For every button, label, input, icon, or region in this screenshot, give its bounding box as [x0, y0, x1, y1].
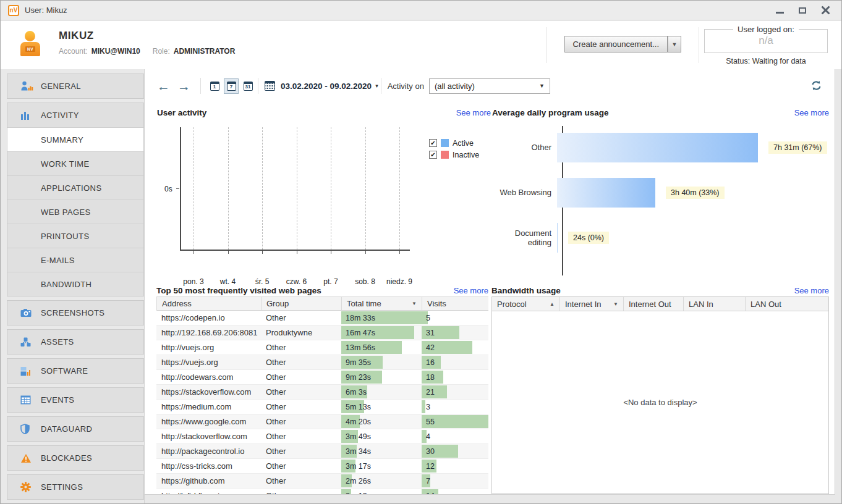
cell-address: https://stackoverflow.com	[156, 385, 261, 399]
toolbar-separator	[381, 78, 381, 94]
table-row[interactable]: http://stackoverflow.comOther3m 49s4	[156, 429, 488, 444]
column-header-lan-out[interactable]: LAN Out	[746, 297, 828, 311]
column-label: LAN Out	[751, 300, 781, 309]
table-row[interactable]: http://vuejs.orgOther13m 56s42	[156, 340, 488, 355]
sidebar-item-events[interactable]: EVENTS	[7, 388, 143, 412]
visits-value: 7	[426, 477, 430, 485]
sidebar-item-e-mails[interactable]: E-MAILS	[7, 248, 143, 272]
role-label: Role:	[153, 47, 170, 56]
gridline	[399, 127, 400, 250]
sidebar-item-activity[interactable]: ACTIVITY	[7, 103, 143, 127]
cell-visits: 5	[422, 311, 488, 325]
legend-swatch	[441, 139, 449, 147]
x-axis-tick	[228, 251, 229, 254]
legend-checkbox[interactable]: ✔	[429, 151, 437, 159]
account-label: Account:	[59, 47, 88, 56]
y-axis-zero-label: 0s	[164, 185, 172, 193]
next-period-button[interactable]: →	[177, 80, 190, 93]
cell-address: https://vuejs.org	[156, 355, 261, 369]
create-announcement-dropdown[interactable]: ▼	[668, 36, 681, 52]
column-header-internet-out[interactable]: Internet Out	[624, 297, 684, 311]
x-axis-tick	[262, 251, 263, 254]
calendar-7-icon: 7	[227, 82, 236, 91]
sidebar-item-assets[interactable]: ASSETS	[7, 330, 143, 354]
prev-period-button[interactable]: ←	[157, 80, 170, 93]
sidebar-item-dataguard[interactable]: DATAGUARD	[7, 417, 143, 441]
maximize-button[interactable]	[799, 7, 806, 14]
table-row[interactable]: http://jsfiddle.netOther2m 13s14	[156, 489, 488, 494]
table-row[interactable]: http://codewars.comOther9m 23s18	[156, 370, 488, 385]
web-pages-see-more-link[interactable]: See more	[454, 286, 488, 295]
user-header: NV MIKUZ Account: MIKU@WIN10 Role: ADMIN…	[1, 21, 841, 69]
program-usage-chart: Other7h 31m (67%)Web Browsing3h 40m (33%…	[492, 121, 829, 283]
column-header-address[interactable]: Address	[157, 297, 262, 310]
table-row[interactable]: http://packagecontrol.ioOther3m 34s30	[156, 444, 488, 459]
table-row[interactable]: http://192.168.69.206:8081Produktywne16m…	[156, 326, 488, 340]
gridline	[365, 127, 366, 250]
legend-item: ✔Active	[429, 138, 479, 148]
user-activity-see-more-link[interactable]: See more	[456, 108, 491, 117]
sidebar-item-work-time[interactable]: WORK TIME	[7, 151, 143, 175]
sidebar-item-blockades[interactable]: BLOCKADES	[7, 446, 143, 470]
cell-address: http://jsfiddle.net	[156, 489, 261, 494]
table-row[interactable]: http://css-tricks.comOther3m 17s12	[156, 459, 488, 474]
table-row[interactable]: https://vuejs.orgOther9m 35s16	[156, 355, 488, 370]
sidebar-item-applications[interactable]: APPLICATIONS	[7, 175, 143, 200]
user-name: MIKUZ	[59, 30, 244, 42]
sidebar-item-web-pages[interactable]: WEB PAGES	[7, 200, 143, 224]
range-7-days-button[interactable]: 7	[224, 78, 239, 94]
sidebar-item-bandwidth[interactable]: BANDWIDTH	[7, 272, 143, 296]
sidebar-item-settings[interactable]: SETTINGS	[7, 475, 143, 499]
logged-on-label: User logged on:	[733, 25, 799, 34]
program-usage-row: Other7h 31m (67%)	[492, 125, 829, 170]
program-usage-row: Document editing24s (0%)	[492, 215, 829, 260]
cell-total-time: 18m 33s	[341, 311, 422, 325]
activity-filter-select[interactable]: (all activity) ▼	[429, 78, 550, 94]
sidebar-item-printouts[interactable]: PRINTOUTS	[7, 224, 143, 248]
table-row[interactable]: https://github.comOther2m 26s7	[156, 474, 488, 489]
toolbar-separator	[258, 78, 258, 94]
logged-on-value: n/a	[705, 35, 827, 47]
bandwidth-see-more-link[interactable]: See more	[794, 286, 829, 295]
create-announcement-button[interactable]: Create announcement...	[564, 36, 668, 52]
sidebar-item-software[interactable]: SOFTWARE	[7, 359, 143, 383]
content-panel: ← → 1731 03.02.2020 - 09.02.2020 ▾ Activ…	[145, 69, 835, 495]
warning-icon	[20, 453, 35, 463]
refresh-icon[interactable]	[810, 80, 822, 93]
gear-icon	[20, 482, 35, 492]
user-avatar: NV	[19, 31, 41, 58]
sort-desc-icon: ▼	[613, 301, 618, 307]
cell-total-time: 2m 13s	[341, 489, 422, 494]
sidebar-group: SOFTWARE	[7, 358, 144, 384]
legend-checkbox[interactable]: ✔	[429, 139, 437, 147]
table-row[interactable]: https://stackoverflow.comOther6m 3s21	[156, 385, 488, 400]
sidebar-item-general[interactable]: GENERAL	[7, 74, 143, 98]
column-header-group[interactable]: Group	[262, 297, 342, 310]
column-header-lan-in[interactable]: LAN In	[684, 297, 746, 311]
column-header-protocol[interactable]: Protocol▲	[492, 297, 560, 311]
table-row[interactable]: https://codepen.ioOther18m 33s5	[156, 311, 488, 326]
range-31-days-button[interactable]: 31	[240, 78, 255, 94]
column-header-visits[interactable]: Visits	[422, 297, 488, 310]
range-1-days-button[interactable]: 1	[207, 78, 222, 94]
cell-visits: 3	[422, 400, 488, 414]
cell-address: https://codepen.io	[156, 311, 261, 325]
close-button[interactable]	[821, 6, 830, 15]
column-header-total-time[interactable]: Total time▼	[342, 297, 422, 310]
column-header-internet-in[interactable]: Internet In▼	[560, 297, 624, 311]
cell-total-time: 6m 3s	[341, 385, 422, 399]
date-range-picker[interactable]: 03.02.2020 - 09.02.2020 ▾	[265, 81, 378, 91]
program-usage-see-more-link[interactable]: See more	[794, 108, 829, 117]
time-value: 2m 13s	[346, 492, 371, 495]
column-label: Internet In	[565, 300, 602, 309]
sidebar-item-summary[interactable]: SUMMARY	[7, 127, 143, 151]
table-row[interactable]: https://www.google.comOther4m 20s55	[156, 414, 488, 429]
table-row[interactable]: https://medium.comOther5m 13s3	[156, 400, 488, 414]
web-pages-title: Top 50 most frequently visited web pages	[156, 286, 321, 295]
cell-total-time: 3m 34s	[341, 444, 422, 458]
cell-group: Other	[261, 385, 341, 399]
x-axis-tick	[365, 251, 366, 254]
minimize-button[interactable]	[776, 12, 784, 14]
sidebar-item-screenshots[interactable]: SCREENSHOTS	[7, 301, 143, 325]
column-label: Total time	[347, 299, 381, 308]
